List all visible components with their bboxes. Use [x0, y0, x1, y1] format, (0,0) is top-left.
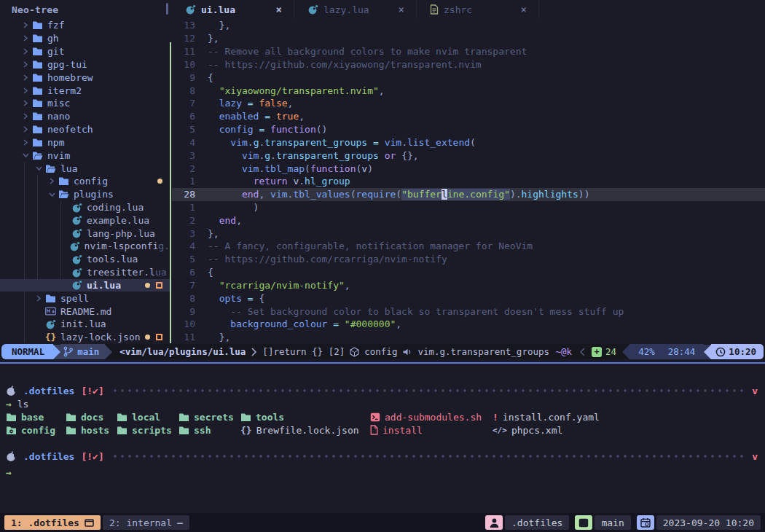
tree-label-truncated: ua	[155, 267, 167, 278]
editor-line[interactable]: 3},	[172, 227, 765, 240]
chevron-right-icon[interactable]	[34, 294, 44, 302]
neotree-panel[interactable]: fzfghgitgpg-tuihomebrewiterm2miscnanoneo…	[0, 19, 170, 344]
tree-item-lang-php.lua[interactable]: lang-php.lua	[0, 227, 170, 240]
tree-item-gpg-tui[interactable]: gpg-tui	[0, 58, 170, 71]
window-separator[interactable]	[170, 42, 171, 343]
shell-pane[interactable]: .dotfiles[!✔]v→ lsbasedocslocalsecretsto…	[0, 364, 765, 513]
line-number: 1	[172, 176, 195, 187]
line-number: 28	[172, 189, 195, 200]
editor-line[interactable]: 9{	[172, 71, 765, 84]
close-icon[interactable]: ×	[276, 4, 282, 15]
tree-item-npm[interactable]: npm	[0, 136, 170, 149]
editor-line[interactable]: 8 "xiyaowong/transparent.nvim",	[172, 84, 765, 97]
tree-item-label: gpg-tui	[47, 59, 87, 70]
tree-item-nvim[interactable]: nvim	[0, 149, 170, 162]
editor-line[interactable]: 2 end,	[172, 214, 765, 227]
editor-line[interactable]: 4-- A fancy, configurable, notification …	[172, 240, 765, 253]
tree-item-tools.lua[interactable]: tools.lua	[0, 253, 170, 266]
tree-item-git[interactable]: git	[0, 45, 170, 58]
tree-item-lazy-lock.json[interactable]: {}lazy-lock.json	[0, 331, 170, 344]
clock-time: 10:20	[729, 346, 756, 357]
editor-line[interactable]: 4 vim.g.transparent_groups = vim.list_ex…	[172, 136, 765, 149]
tmux-window-2-internal[interactable]: 2: internal—	[103, 515, 189, 530]
tree-item-ui.lua[interactable]: ui.lua	[0, 279, 170, 292]
tree-item-gh[interactable]: gh	[0, 32, 170, 45]
tree-item-homebrew[interactable]: homebrew	[0, 71, 170, 84]
ls-entry-name: install.conf.yaml	[503, 412, 600, 423]
editor-line[interactable]: 1 )	[172, 201, 765, 214]
tree-item-iterm2[interactable]: iterm2	[0, 84, 170, 97]
editor-line[interactable]: 5 config = function()	[172, 123, 765, 136]
tab-ui.lua[interactable]: ui.lua×	[172, 0, 294, 19]
editor-line[interactable]: 6 enabled = true,	[172, 110, 765, 123]
tree-item-fzf[interactable]: fzf	[0, 19, 170, 32]
tree-item-example.lua[interactable]: example.lua	[0, 214, 170, 227]
tree-item-plugins[interactable]: plugins	[0, 188, 170, 201]
neotree-scrollbar[interactable]	[166, 3, 168, 15]
tab-lazy.lua[interactable]: lazy.lua×	[294, 0, 417, 19]
prompt-dotted-filler	[111, 389, 745, 392]
line-number: 9	[172, 306, 195, 317]
tree-item-lua[interactable]: lua	[0, 162, 170, 175]
tree-item-badges	[157, 179, 162, 184]
editor-pane[interactable]: 13 },12},11-- Remove all background colo…	[172, 19, 765, 344]
tmux-window-1-dotfiles[interactable]: 1: .dotfiles	[4, 515, 101, 530]
tree-item-spell[interactable]: spell	[0, 292, 170, 305]
chevron-right-icon[interactable]	[20, 87, 31, 95]
chevron-right-icon[interactable]	[20, 99, 31, 107]
editor-line-current[interactable]: 28 end, vim.tbl_values(require("bufferli…	[172, 188, 765, 201]
code-text: -- A fancy, configurable, notification m…	[195, 240, 533, 251]
editor-line[interactable]: 6{	[172, 266, 765, 279]
doc-icon	[430, 4, 439, 15]
tree-item-nano[interactable]: nano	[0, 110, 170, 123]
tree-item-treesitter.l[interactable]: treesitter.lua	[0, 266, 170, 279]
tree-item-coding.lua[interactable]: coding.lua	[0, 201, 170, 214]
editor-line[interactable]: 3 vim.g.transparent_groups or {},	[172, 149, 765, 162]
editor-line[interactable]: 7 lazy = false,	[172, 97, 765, 110]
editor-line[interactable]: 12},	[172, 32, 765, 45]
chevron-right-icon[interactable]	[47, 177, 57, 185]
folder-open-icon	[58, 189, 69, 199]
chevron-right-icon[interactable]	[20, 34, 31, 42]
editor-line[interactable]: 5-- https://github.com/rcarriga/nvim-not…	[172, 253, 765, 266]
chevron-right-icon[interactable]	[20, 60, 31, 69]
tree-item-config[interactable]: config	[0, 175, 170, 188]
tab-zshrc[interactable]: zshrc×	[417, 0, 539, 19]
editor-line[interactable]: 13 },	[172, 19, 765, 32]
unstaged-square-icon	[156, 334, 162, 340]
editor-line[interactable]: 9 -- Set background color to black so tr…	[172, 305, 765, 318]
folder-icon	[117, 412, 128, 422]
editor-line[interactable]: 1 return v.hl_group	[172, 175, 765, 188]
editor-line[interactable]: 10 background_colour = "#000000",	[172, 318, 765, 331]
close-icon[interactable]: ×	[521, 4, 527, 15]
tree-item-README.md[interactable]: README.md	[0, 305, 170, 318]
tree-item-nvim-lspconfi[interactable]: nvim-lspconfig.	[0, 240, 170, 253]
chevron-down-icon[interactable]	[47, 192, 57, 197]
shell-input-line[interactable]: →	[6, 466, 758, 479]
braces-icon: {}	[240, 425, 252, 436]
tree-item-misc[interactable]: misc	[0, 97, 170, 110]
chevron-right-icon[interactable]	[20, 74, 31, 82]
tree-item-label: homebrew	[47, 72, 93, 83]
chevron-down-icon[interactable]	[34, 165, 44, 171]
chevron-right-icon[interactable]	[20, 138, 31, 146]
editor-line[interactable]: 7 "rcarriga/nvim-notify",	[172, 279, 765, 292]
tree-item-label: lua	[60, 163, 77, 174]
editor-line[interactable]: 10-- https://github.com/xiyaowong/transp…	[172, 58, 765, 71]
editor-line[interactable]: 2 vim.tbl_map(function(v)	[172, 162, 765, 175]
chevron-right-icon[interactable]	[20, 47, 31, 55]
folder-icon	[117, 426, 128, 435]
editor-line[interactable]: 11-- Remove all background colors to mak…	[172, 45, 765, 58]
tree-item-init.lua[interactable]: init.lua	[0, 318, 170, 331]
shell-command-line[interactable]: → ls	[6, 397, 758, 410]
chevron-right-icon[interactable]	[20, 21, 31, 29]
chevron-right-icon[interactable]	[20, 112, 31, 120]
chevron-right-icon[interactable]	[20, 125, 31, 133]
code-text: -- Set background color to black so tran…	[195, 306, 624, 317]
editor-line[interactable]: 11 },	[172, 331, 765, 344]
editor-line[interactable]: 8 opts = {	[172, 292, 765, 305]
tree-item-neofetch[interactable]: neofetch	[0, 123, 170, 136]
close-icon[interactable]: ×	[399, 4, 404, 15]
chevron-down-icon[interactable]	[20, 152, 31, 158]
code-text: return v.hl_group	[195, 176, 350, 187]
